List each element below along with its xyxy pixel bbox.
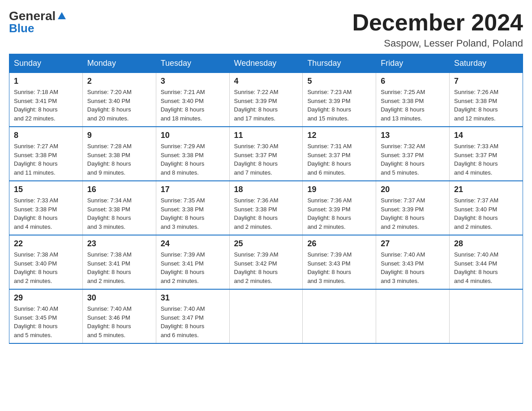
day-number: 20: [381, 185, 445, 194]
day-number: 10: [161, 131, 225, 140]
day-info: Sunrise: 7:37 AMSunset: 3:39 PMDaylight:…: [381, 196, 445, 231]
day-number: 25: [234, 239, 298, 248]
day-info: Sunrise: 7:36 AMSunset: 3:38 PMDaylight:…: [234, 196, 298, 231]
day-info: Sunrise: 7:38 AMSunset: 3:41 PMDaylight:…: [87, 250, 151, 285]
week-row-1: 1Sunrise: 7:18 AMSunset: 3:41 PMDaylight…: [9, 73, 523, 127]
day-cell-10: 10Sunrise: 7:29 AMSunset: 3:38 PMDayligh…: [156, 127, 229, 181]
day-info: Sunrise: 7:32 AMSunset: 3:37 PMDaylight:…: [381, 142, 445, 177]
day-cell-16: 16Sunrise: 7:34 AMSunset: 3:38 PMDayligh…: [82, 181, 156, 235]
day-cell-3: 3Sunrise: 7:21 AMSunset: 3:40 PMDaylight…: [156, 73, 229, 127]
day-info: Sunrise: 7:21 AMSunset: 3:40 PMDaylight:…: [161, 88, 225, 123]
header-tuesday: Tuesday: [156, 54, 229, 73]
day-cell-13: 13Sunrise: 7:32 AMSunset: 3:37 PMDayligh…: [376, 127, 450, 181]
day-cell-1: 1Sunrise: 7:18 AMSunset: 3:41 PMDaylight…: [9, 73, 83, 127]
day-cell-24: 24Sunrise: 7:39 AMSunset: 3:41 PMDayligh…: [156, 235, 229, 289]
day-cell-22: 22Sunrise: 7:38 AMSunset: 3:40 PMDayligh…: [9, 235, 83, 289]
day-cell-26: 26Sunrise: 7:39 AMSunset: 3:43 PMDayligh…: [303, 235, 376, 289]
day-number: 31: [161, 293, 225, 303]
calendar-table: SundayMondayTuesdayWednesdayThursdayFrid…: [9, 54, 523, 344]
day-number: 13: [381, 131, 445, 140]
day-cell-9: 9Sunrise: 7:28 AMSunset: 3:38 PMDaylight…: [82, 127, 156, 181]
day-info: Sunrise: 7:40 AMSunset: 3:43 PMDaylight:…: [381, 250, 445, 285]
day-number: 29: [14, 293, 78, 303]
day-cell-30: 30Sunrise: 7:40 AMSunset: 3:46 PMDayligh…: [82, 289, 156, 343]
page-header: General Blue December 2024 Saspow, Lesse…: [9, 9, 523, 49]
day-info: Sunrise: 7:30 AMSunset: 3:37 PMDaylight:…: [234, 142, 298, 177]
day-cell-18: 18Sunrise: 7:36 AMSunset: 3:38 PMDayligh…: [229, 181, 303, 235]
week-row-5: 29Sunrise: 7:40 AMSunset: 3:45 PMDayligh…: [9, 289, 523, 343]
day-info: Sunrise: 7:39 AMSunset: 3:42 PMDaylight:…: [234, 250, 298, 285]
day-cell-31: 31Sunrise: 7:40 AMSunset: 3:47 PMDayligh…: [156, 289, 229, 343]
day-cell-6: 6Sunrise: 7:25 AMSunset: 3:38 PMDaylight…: [376, 73, 450, 127]
day-number: 23: [87, 239, 151, 248]
empty-cell: [450, 289, 523, 343]
day-info: Sunrise: 7:40 AMSunset: 3:46 PMDaylight:…: [87, 304, 151, 339]
day-cell-17: 17Sunrise: 7:35 AMSunset: 3:38 PMDayligh…: [156, 181, 229, 235]
day-cell-11: 11Sunrise: 7:30 AMSunset: 3:37 PMDayligh…: [229, 127, 303, 181]
day-info: Sunrise: 7:38 AMSunset: 3:40 PMDaylight:…: [14, 250, 78, 285]
day-number: 12: [307, 131, 371, 140]
header-saturday: Saturday: [450, 54, 523, 73]
day-info: Sunrise: 7:33 AMSunset: 3:38 PMDaylight:…: [14, 196, 78, 231]
day-number: 30: [87, 293, 151, 303]
day-info: Sunrise: 7:34 AMSunset: 3:38 PMDaylight:…: [87, 196, 151, 231]
day-cell-7: 7Sunrise: 7:26 AMSunset: 3:38 PMDaylight…: [450, 73, 523, 127]
week-row-4: 22Sunrise: 7:38 AMSunset: 3:40 PMDayligh…: [9, 235, 523, 289]
day-cell-29: 29Sunrise: 7:40 AMSunset: 3:45 PMDayligh…: [9, 289, 83, 343]
day-info: Sunrise: 7:36 AMSunset: 3:39 PMDaylight:…: [307, 196, 371, 231]
svg-marker-0: [58, 12, 66, 19]
day-number: 14: [454, 131, 518, 140]
day-number: 9: [87, 131, 151, 140]
day-cell-2: 2Sunrise: 7:20 AMSunset: 3:40 PMDaylight…: [82, 73, 156, 127]
day-cell-5: 5Sunrise: 7:23 AMSunset: 3:39 PMDaylight…: [303, 73, 376, 127]
day-info: Sunrise: 7:39 AMSunset: 3:41 PMDaylight:…: [161, 250, 225, 285]
day-info: Sunrise: 7:29 AMSunset: 3:38 PMDaylight:…: [161, 142, 225, 177]
logo-icon: [57, 11, 67, 21]
day-info: Sunrise: 7:23 AMSunset: 3:39 PMDaylight:…: [307, 88, 371, 123]
day-info: Sunrise: 7:33 AMSunset: 3:37 PMDaylight:…: [454, 142, 518, 177]
day-cell-15: 15Sunrise: 7:33 AMSunset: 3:38 PMDayligh…: [9, 181, 83, 235]
week-row-3: 15Sunrise: 7:33 AMSunset: 3:38 PMDayligh…: [9, 181, 523, 235]
day-number: 8: [14, 131, 78, 140]
day-number: 5: [307, 77, 371, 86]
day-number: 17: [161, 185, 225, 194]
day-number: 28: [454, 239, 518, 248]
day-number: 7: [454, 77, 518, 86]
day-number: 18: [234, 185, 298, 194]
day-info: Sunrise: 7:35 AMSunset: 3:38 PMDaylight:…: [161, 196, 225, 231]
header-thursday: Thursday: [303, 54, 376, 73]
day-info: Sunrise: 7:40 AMSunset: 3:47 PMDaylight:…: [161, 304, 225, 339]
day-info: Sunrise: 7:40 AMSunset: 3:44 PMDaylight:…: [454, 250, 518, 285]
day-cell-25: 25Sunrise: 7:39 AMSunset: 3:42 PMDayligh…: [229, 235, 303, 289]
logo-blue: Blue: [9, 21, 34, 35]
empty-cell: [229, 289, 303, 343]
day-cell-20: 20Sunrise: 7:37 AMSunset: 3:39 PMDayligh…: [376, 181, 450, 235]
day-info: Sunrise: 7:20 AMSunset: 3:40 PMDaylight:…: [87, 88, 151, 123]
day-number: 15: [14, 185, 78, 194]
day-number: 6: [381, 77, 445, 86]
day-info: Sunrise: 7:25 AMSunset: 3:38 PMDaylight:…: [381, 88, 445, 123]
day-number: 4: [234, 77, 298, 86]
day-info: Sunrise: 7:22 AMSunset: 3:39 PMDaylight:…: [234, 88, 298, 123]
day-number: 26: [307, 239, 371, 248]
day-info: Sunrise: 7:31 AMSunset: 3:37 PMDaylight:…: [307, 142, 371, 177]
day-cell-8: 8Sunrise: 7:27 AMSunset: 3:38 PMDaylight…: [9, 127, 83, 181]
day-info: Sunrise: 7:18 AMSunset: 3:41 PMDaylight:…: [14, 88, 78, 123]
header-sunday: Sunday: [9, 54, 83, 73]
day-number: 11: [234, 131, 298, 140]
day-number: 1: [14, 77, 78, 86]
day-cell-14: 14Sunrise: 7:33 AMSunset: 3:37 PMDayligh…: [450, 127, 523, 181]
day-cell-27: 27Sunrise: 7:40 AMSunset: 3:43 PMDayligh…: [376, 235, 450, 289]
day-info: Sunrise: 7:26 AMSunset: 3:38 PMDaylight:…: [454, 88, 518, 123]
day-number: 16: [87, 185, 151, 194]
title-block: December 2024 Saspow, Lesser Poland, Pol…: [352, 9, 523, 49]
day-cell-21: 21Sunrise: 7:37 AMSunset: 3:40 PMDayligh…: [450, 181, 523, 235]
header-friday: Friday: [376, 54, 450, 73]
day-cell-4: 4Sunrise: 7:22 AMSunset: 3:39 PMDaylight…: [229, 73, 303, 127]
empty-cell: [376, 289, 450, 343]
week-row-2: 8Sunrise: 7:27 AMSunset: 3:38 PMDaylight…: [9, 127, 523, 181]
month-title: December 2024: [352, 9, 523, 36]
day-cell-19: 19Sunrise: 7:36 AMSunset: 3:39 PMDayligh…: [303, 181, 376, 235]
day-info: Sunrise: 7:39 AMSunset: 3:43 PMDaylight:…: [307, 250, 371, 285]
header-wednesday: Wednesday: [229, 54, 303, 73]
